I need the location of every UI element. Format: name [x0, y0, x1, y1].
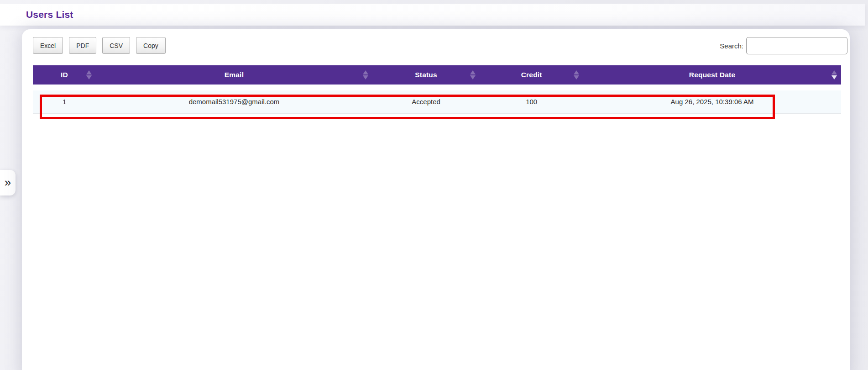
copy-export-button[interactable]: Copy	[136, 37, 166, 54]
column-header-email[interactable]: Email	[96, 65, 372, 87]
excel-export-button[interactable]: Excel	[33, 37, 63, 54]
csv-export-button[interactable]: CSV	[102, 37, 130, 54]
sort-icon	[574, 70, 579, 79]
double-chevron-right-icon: »	[5, 176, 11, 190]
page-title: Users List	[26, 9, 73, 20]
sort-icon	[470, 70, 476, 79]
search-input[interactable]	[746, 37, 847, 54]
column-header-label: Status	[415, 71, 437, 79]
column-header-label: Request Date	[689, 71, 735, 79]
column-header-label: Credit	[521, 71, 542, 79]
sort-icon	[831, 70, 837, 79]
pdf-export-button[interactable]: PDF	[69, 37, 96, 54]
sidebar-expand-button[interactable]: »	[0, 170, 16, 196]
cell-status: Accepted	[372, 87, 480, 113]
toolbar: Excel PDF CSV Copy Search:	[22, 29, 850, 54]
cell-credit: 100	[480, 87, 583, 113]
cell-email: demomail531975@gmail.com	[96, 87, 372, 113]
page: Users List » Excel PDF CSV Copy Search: …	[0, 0, 868, 370]
column-header-id[interactable]: ID	[33, 65, 96, 87]
cell-id: 1	[33, 87, 96, 113]
cell-request-date: Aug 26, 2025, 10:39:06 AM	[583, 87, 841, 113]
table-header-row: ID Email Status Credit	[33, 65, 841, 87]
column-header-label: ID	[61, 71, 68, 79]
users-table: ID Email Status Credit	[33, 65, 841, 114]
sort-icon	[363, 70, 368, 79]
export-button-group: Excel PDF CSV Copy	[33, 37, 166, 54]
column-header-request-date[interactable]: Request Date	[583, 65, 841, 87]
column-header-label: Email	[225, 71, 244, 79]
column-header-status[interactable]: Status	[372, 65, 480, 87]
table-row[interactable]: 1 demomail531975@gmail.com Accepted 100 …	[33, 87, 841, 113]
content-card: Excel PDF CSV Copy Search: ID Email	[22, 29, 850, 370]
topbar: Users List	[0, 4, 865, 26]
sort-icon	[86, 70, 92, 79]
search-control: Search:	[720, 37, 847, 54]
search-label: Search:	[720, 42, 743, 50]
column-header-credit[interactable]: Credit	[480, 65, 583, 87]
